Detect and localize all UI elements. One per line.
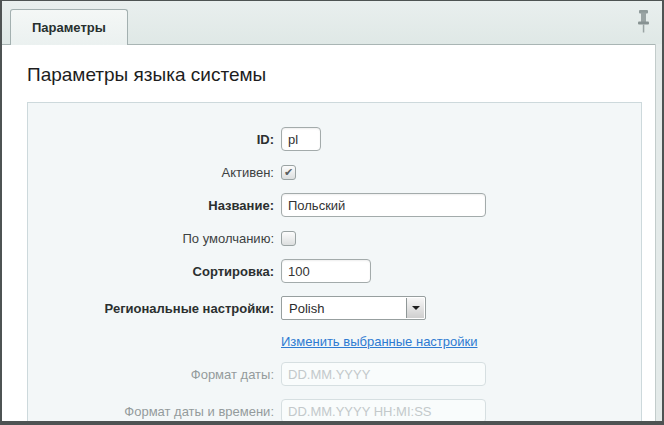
pin-icon[interactable]: [636, 9, 651, 34]
form-row-regional-settings: Региональные настройки: Polish: [28, 296, 641, 320]
form-row-default: По умолчанию:: [28, 230, 641, 246]
tab-parameters[interactable]: Параметры: [10, 9, 128, 45]
active-label: Активен:: [28, 165, 281, 180]
tab-bar: Параметры: [2, 1, 662, 45]
checkmark-icon: ✔: [284, 167, 293, 178]
datetime-format-field: [281, 399, 486, 423]
chevron-down-icon: [412, 306, 420, 310]
form-row-date-format: Формат даты:: [28, 362, 641, 386]
sort-field[interactable]: [281, 259, 371, 283]
regional-settings-selected-value: Polish: [289, 301, 324, 316]
edit-settings-link[interactable]: Изменить выбранные настройки: [281, 334, 478, 349]
regional-settings-label: Региональные настройки:: [28, 301, 281, 316]
form-row-edit-settings-link: Изменить выбранные настройки: [28, 333, 641, 349]
default-label: По умолчанию:: [28, 231, 281, 246]
window-frame: Параметры Параметры языка системы ID: Ак…: [0, 0, 664, 425]
form-row-datetime-format: Формат даты и времени:: [28, 399, 641, 423]
form-row-sort: Сортировка:: [28, 259, 641, 283]
sort-label: Сортировка:: [28, 264, 281, 279]
form-row-name: Название:: [28, 193, 641, 217]
name-label: Название:: [28, 198, 281, 213]
page-title: Параметры языка системы: [27, 64, 662, 86]
active-checkbox[interactable]: ✔: [281, 165, 296, 180]
page-content: Параметры языка системы ID: Активен: ✔ Н…: [2, 64, 662, 425]
default-checkbox[interactable]: [281, 231, 296, 246]
form-row-active: Активен: ✔: [28, 164, 641, 180]
form-row-id: ID:: [28, 127, 641, 151]
regional-settings-select[interactable]: Polish: [281, 296, 426, 320]
date-format-field: [281, 362, 486, 386]
datetime-format-label: Формат даты и времени:: [28, 404, 281, 419]
dropdown-button[interactable]: [406, 298, 424, 318]
language-settings-form: ID: Активен: ✔ Название: По умолчанию: С…: [27, 102, 642, 425]
right-edge-strip: [655, 44, 662, 421]
name-field[interactable]: [281, 193, 486, 217]
date-format-label: Формат даты:: [28, 367, 281, 382]
id-field[interactable]: [281, 127, 321, 151]
id-label: ID:: [28, 132, 281, 147]
